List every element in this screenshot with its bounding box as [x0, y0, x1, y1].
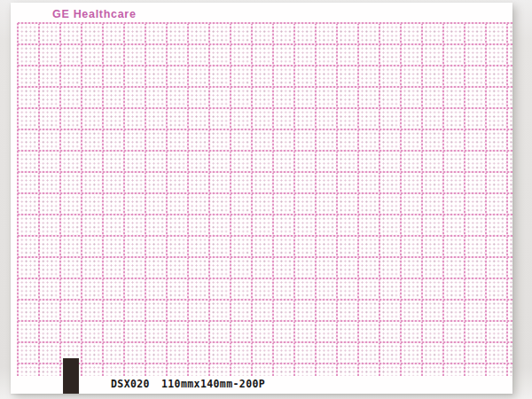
grid-major-hline: [18, 150, 512, 152]
grid-major-hline: [18, 171, 512, 173]
grid-major-hline: [18, 256, 512, 258]
grid-major-vline: [123, 23, 125, 376]
grid-major-vline: [145, 23, 146, 376]
paper-spec: 110mmx140mm-200P: [161, 378, 265, 390]
grid-major-hline: [18, 278, 512, 279]
ecg-grid: [18, 23, 512, 376]
registration-mark: [63, 358, 79, 394]
grid-major-hline: [18, 235, 512, 237]
grid-major-vline: [293, 23, 295, 376]
grid-major-vline: [421, 23, 423, 376]
grid-major-vline: [357, 23, 359, 376]
grid-major-vline: [59, 23, 61, 376]
grid-major-vline: [38, 23, 40, 376]
grid-major-vline: [187, 23, 189, 376]
grid-major-hline: [18, 65, 512, 66]
grid-major-hline: [18, 107, 512, 109]
grid-major-hline: [18, 192, 512, 194]
brand-logo: GE Healthcare: [52, 8, 137, 20]
grid-major-vline: [506, 23, 508, 376]
grid-major-vline: [166, 23, 168, 376]
paper-spec-line: DSX020110mmx140mm-200P: [111, 378, 265, 390]
grid-major-vline: [442, 23, 444, 376]
grid-major-vline: [485, 23, 487, 376]
ecg-paper-sheet: GE Healthcare DSX020110mmx140mm-200P: [11, 3, 512, 394]
grid-major-hline: [18, 129, 512, 130]
grid-major-vline: [400, 23, 402, 376]
grid-major-hline: [18, 363, 512, 364]
grid-major-vline: [315, 23, 317, 376]
grid-major-vline: [17, 23, 19, 376]
grid-major-hline: [18, 43, 512, 45]
grid-major-hline: [18, 341, 512, 343]
grid-major-vline: [336, 23, 338, 376]
grid-major-hline: [18, 320, 512, 322]
grid-major-vline: [102, 23, 104, 376]
grid-major-hline: [18, 299, 512, 301]
grid-major-vline: [379, 23, 380, 376]
grid-major-vline: [81, 23, 82, 376]
grid-major-hline: [18, 22, 512, 24]
grid-major-vline: [272, 23, 274, 376]
grid-major-hline: [18, 86, 512, 88]
grid-major-vline: [230, 23, 231, 376]
grid-major-vline: [464, 23, 466, 376]
grid-major-hline: [18, 214, 512, 215]
model-number: DSX020: [111, 378, 150, 390]
grid-major-vline: [208, 23, 210, 376]
grid-major-vline: [251, 23, 253, 376]
